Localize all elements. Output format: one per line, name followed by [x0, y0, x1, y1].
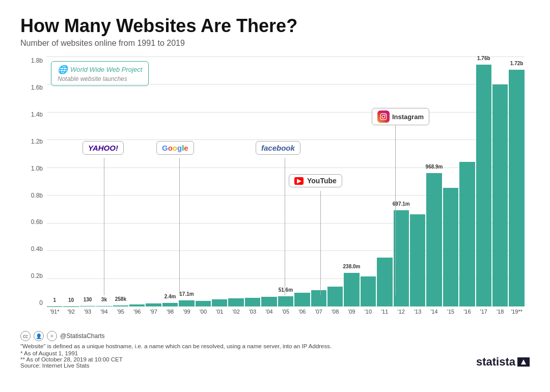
footer-source: Source: Internet Live Stats [20, 362, 476, 369]
footer: cc 👤 = @StatistaCharts "Website" is defi… [20, 331, 530, 369]
x-axis-label: '07 [311, 309, 326, 315]
youtube-annotation: ▶ YouTube [289, 174, 342, 187]
y-axis-label: 0.4b [31, 245, 43, 253]
x-axis-label: '96 [129, 309, 145, 315]
bar-col [377, 57, 392, 306]
bar: 17.1m [179, 300, 194, 306]
bar-col [129, 57, 145, 306]
instagram-line [395, 125, 396, 295]
bar-col [459, 57, 475, 306]
bar [492, 85, 508, 306]
x-axis-label: '99 [179, 309, 194, 315]
bar [311, 290, 326, 306]
bar-value-label: 17.1m [179, 291, 194, 297]
x-axis-label: '92 [63, 309, 78, 315]
bar [327, 287, 343, 306]
y-axis-label: 1.2b [31, 138, 43, 145]
instagram-label: Instagram [392, 113, 424, 121]
statista-logo-box [517, 357, 530, 367]
bars-container: 1101303k258k2.4m17.1m51.6m238.0m697.1m96… [47, 57, 525, 306]
page-title: How Many Websites Are There? [20, 15, 530, 37]
yahoo-label: YAHOO! [88, 144, 118, 152]
x-axis-label: '11 [377, 309, 392, 315]
bar-value-label: 258k [115, 296, 126, 302]
bar: 2.4m [162, 303, 178, 306]
x-axis-label: '03 [245, 309, 260, 315]
x-axis-label: '12 [394, 309, 409, 315]
x-axis-label: '08 [327, 309, 343, 315]
x-axis-label: '18 [492, 309, 508, 315]
bar: 238.0m [344, 273, 359, 306]
bar [261, 297, 277, 306]
legend-subtitle: Notable website launches [58, 75, 142, 82]
bar-col: 130 [80, 57, 95, 306]
y-axis-label: 1.8b [31, 57, 43, 64]
statista-text: statista [476, 355, 515, 369]
x-axis-label: '97 [146, 309, 161, 315]
svg-point-1 [382, 115, 385, 118]
x-axis-label: '93 [80, 309, 95, 315]
bar [294, 293, 310, 306]
x-axis: '91*'92'93'94'95'96'97'98'99'00'01'02'03… [47, 306, 525, 327]
bar-value-label: 1 [53, 297, 56, 303]
bar-value-label: 51.6m [279, 287, 293, 293]
youtube-line [320, 191, 321, 295]
x-axis-label: '09 [344, 309, 359, 315]
yahoo-annotation: YAHOO! [82, 141, 124, 155]
y-axis-label: 1.6b [31, 84, 43, 91]
bar-col: 238.0m [344, 57, 359, 306]
bar: 1.76b [476, 65, 491, 306]
bar-col [212, 57, 227, 306]
bar-value-label: 10 [68, 297, 74, 303]
x-axis-label: '17 [476, 309, 491, 315]
bar-col [196, 57, 211, 306]
x-axis-label: '91* [47, 309, 62, 315]
instagram-icon [377, 110, 390, 123]
bar-col [245, 57, 260, 306]
footer-brand: statista [476, 355, 530, 369]
x-axis-label: '95 [113, 309, 128, 315]
bar [228, 298, 243, 306]
bar-col: 697.1m [394, 57, 409, 306]
bar [459, 162, 475, 306]
bar-value-label: 968.9m [426, 164, 443, 170]
footer-left: cc 👤 = @StatistaCharts "Website" is defi… [20, 331, 476, 369]
bar-value-label: 3k [101, 297, 107, 302]
x-axis-label: '10 [361, 309, 376, 315]
x-axis-label: '01 [212, 309, 227, 315]
bar-col: 2.4m [162, 57, 178, 306]
svg-rect-0 [380, 114, 387, 120]
bar-col [146, 57, 161, 306]
bar-col: 1.72b [509, 57, 524, 306]
svg-point-2 [384, 115, 386, 116]
y-axis-label: 0.8b [31, 192, 43, 199]
bar-col [492, 57, 508, 306]
instagram-annotation: Instagram [372, 108, 429, 125]
youtube-label: YouTube [307, 177, 337, 185]
cc-icon: cc [20, 331, 31, 341]
page-subtitle: Number of websites online from 1991 to 2… [20, 39, 530, 48]
bar-col: 1.76b [476, 57, 491, 306]
chart-inner: 1101303k258k2.4m17.1m51.6m238.0m697.1m96… [47, 57, 525, 306]
bar: 51.6m [278, 296, 293, 306]
svg-marker-3 [521, 359, 526, 365]
y-axis-label: 0 [39, 299, 43, 306]
footer-icons: cc 👤 = @StatistaCharts [20, 331, 476, 341]
bar [212, 299, 227, 306]
x-axis-label: '15 [443, 309, 458, 315]
footer-note2: ** As of October 28, 2019 at 10:00 CET [20, 356, 476, 362]
x-axis-label: '13 [410, 309, 425, 315]
bar-value-label: 130 [84, 297, 92, 302]
yahoo-line [104, 158, 104, 295]
bar-col [228, 57, 243, 306]
bar-value-label: 1.76b [477, 55, 490, 61]
google-annotation: Google [156, 141, 194, 155]
x-axis-label: '19** [509, 309, 524, 315]
statista-handle: @StatistaCharts [60, 332, 105, 340]
facebook-annotation: facebook [256, 141, 300, 155]
bar-value-label: 238.0m [343, 264, 361, 269]
y-axis-label: 1.4b [31, 111, 43, 118]
globe-icon: 🌐 [58, 65, 68, 74]
x-axis-label: '94 [96, 309, 112, 315]
bar-col [443, 57, 458, 306]
